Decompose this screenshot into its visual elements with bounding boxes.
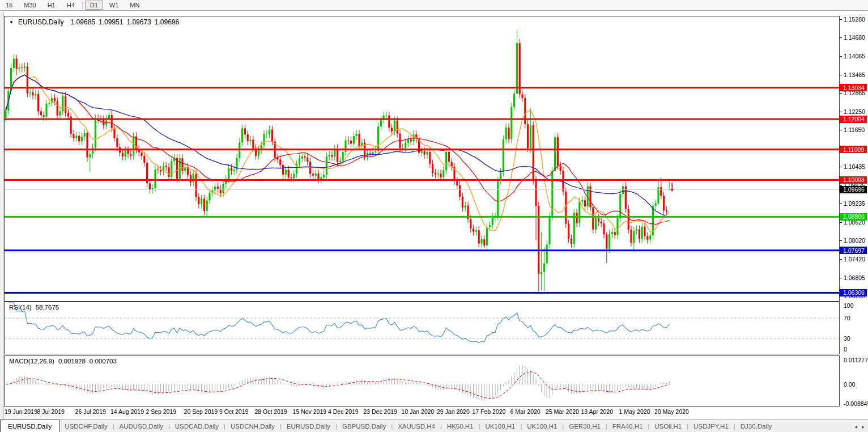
price-tick-label: 1.07420 [844,256,865,262]
date-axis-label: 19 Jun 2019 [5,408,37,415]
chart-tab-xauusd-h4[interactable]: XAUUSD,H4 [393,420,440,432]
horizontal-level-line[interactable] [5,292,839,294]
horizontal-level-line[interactable] [5,118,839,120]
price-tick-mark [840,167,842,167]
chart-tab-audusd-daily[interactable]: AUDUSD,Daily [114,420,168,432]
chart-tab-fra40-h1[interactable]: FRA40,H1 [607,420,648,432]
price-tick-mark [840,56,842,57]
date-axis-label: 4 Dec 2019 [328,408,359,415]
chart-tab-uk100-h1[interactable]: UK100,H1 [480,420,520,432]
rsi-name: RSI(14) [9,304,32,311]
timeframe-button-W1[interactable]: W1 [104,1,124,10]
macd-signal-line [6,372,669,399]
date-axis-label: 20 Sep 2019 [184,408,218,415]
horizontal-level-line[interactable] [5,216,839,218]
horizontal-level-line[interactable] [5,249,839,251]
price-tick-label: 1.06805 [844,274,865,281]
price-tick-mark [840,222,842,223]
horizontal-level-line[interactable] [5,179,839,181]
chart-tab-ger30-h1[interactable]: GER30,H1 [564,420,606,432]
hline-price-badge: 1.13034 [840,84,867,91]
date-axis-label: 1 May 2020 [619,408,650,415]
rsi-axis-label: 70 [844,315,850,321]
tab-scroll-right-icon[interactable]: ▸ [862,423,865,430]
hline-price-badge: 1.06306 [840,289,867,297]
chart-tab-usoil-h1[interactable]: USOil,H1 [649,420,687,432]
macd-axis-label: 0.011277 [844,357,868,363]
date-axis[interactable]: 19 Jun 20198 Jul 201926 Jul 201914 Aug 2… [4,406,840,419]
date-axis-label: 10 Jan 2020 [402,408,435,415]
date-axis-label: 17 Feb 2020 [472,408,505,415]
date-axis-label: 23 Dec 2019 [363,408,397,415]
horizontal-level-line[interactable] [5,87,839,88]
price-tick-mark [840,93,842,94]
date-axis-label: 20 May 2020 [654,408,689,415]
chart-tabs-bar: EURUSD,DailyUSDCHF,Daily|AUDUSD,Daily|US… [0,420,868,432]
chart-tab-usdcad-daily[interactable]: USDCAD,Daily [170,420,224,432]
chart-tab-hk50-h1[interactable]: HK50,H1 [442,420,479,432]
macd-histogram [6,365,669,401]
chart-tab-dj30-daily[interactable]: DJ30,Daily [735,420,777,432]
timeframe-button-H1[interactable]: H1 [42,1,61,10]
rsi-panel[interactable]: RSI(14) 58.7675 [4,302,840,354]
rsi-value: 58.7675 [36,304,59,311]
timeframe-button-MN[interactable]: MN [125,1,144,10]
price-tick-label: 1.11650 [844,126,865,133]
rsi-canvas[interactable] [5,302,839,354]
hline-price-badge: 1.11009 [840,146,867,153]
current-price-badge: 1.09696 [840,186,867,193]
date-axis-label: 15 Nov 2019 [293,408,327,415]
date-axis-label: 9 Oct 2019 [219,408,248,415]
chart-tab-eurusd-daily[interactable]: EURUSD,Daily [0,420,59,432]
main-chart-panel[interactable]: ▼ EURUSD,Daily 1.09685 1.09951 1.09673 1… [4,16,840,302]
macd-panel[interactable]: MACD(12,26,9) 0.001928 0.000703 [4,355,840,406]
chart-tab-usdchf-daily[interactable]: USDCHF,Daily [59,420,112,432]
chart-tab-usdcnh-daily[interactable]: USDCNH,Daily [225,420,280,432]
chart-tab-usdjpy-h1[interactable]: USDJPY,H1 [688,420,734,432]
hline-price-badge: 1.08800 [840,213,867,221]
rsi-label: RSI(14) 58.7675 [9,304,59,311]
macd-label: MACD(12,26,9) 0.001928 0.000703 [9,358,117,365]
price-tick-mark [840,278,842,278]
rsi-axis-label: 0 [844,346,847,353]
date-axis-label: 28 Oct 2019 [254,408,287,415]
price-tick-mark [840,112,842,112]
price-tick-mark [840,37,842,38]
date-axis-label: 2 Sep 2019 [146,408,176,415]
quote-close: 1.09696 [155,18,179,26]
price-tick-mark [840,19,842,20]
tab-scroll-left-icon[interactable]: ◂ [854,423,857,430]
price-tick-label: 1.15280 [844,16,865,23]
chart-tab-eurusd-daily[interactable]: EURUSD,Daily [282,420,335,432]
price-tick-mark [840,240,842,241]
timeframe-button-H4[interactable]: H4 [62,1,80,10]
macd-canvas[interactable] [5,356,839,406]
timeframe-button-15[interactable]: 15 [1,1,18,10]
price-tick-label: 1.09235 [844,200,865,207]
timeframe-toolbar: 15M30H1H4D1W1MN [0,0,868,11]
date-axis-label: 8 Jul 2019 [37,408,64,415]
price-tick-mark [840,204,842,204]
chart-tab-gbpusd-daily[interactable]: GBPUSD,Daily [337,420,391,432]
candles-group [5,29,670,291]
chart-tab-uk100-h1[interactable]: UK100,H1 [522,420,562,432]
price-axis[interactable]: 1.152801.146801.140651.134651.128651.122… [840,11,868,420]
price-chart-canvas[interactable] [5,16,839,301]
quote-low: 1.09673 [126,18,151,26]
date-axis-label: 25 Mar 2020 [546,408,579,415]
chart-symbol-title: ▼ EURUSD,Daily 1.09685 1.09951 1.09673 1… [9,18,179,26]
hline-price-badge: 1.12004 [840,116,867,123]
timeframe-button-M30[interactable]: M30 [19,1,41,10]
timeframe-button-D1[interactable]: D1 [85,1,103,10]
sell-arrow-marker[interactable] [671,183,674,192]
window-left-frame [0,11,3,420]
horizontal-level-line[interactable] [5,149,839,150]
mt4-chart-window: 15M30H1H4D1W1MN ▼ EURUSD,Daily 1.09685 1… [0,0,868,432]
price-tick-mark [840,259,842,260]
macd-signal-value: 0.000703 [90,358,117,365]
date-axis-label: 29 Jan 2020 [437,408,470,415]
macd-axis-label: 0.00 [844,381,855,388]
hline-price-badge: 1.07697 [840,247,867,254]
dropdown-triangle-icon[interactable]: ▼ [9,20,14,25]
quote-open: 1.09685 [71,18,95,26]
